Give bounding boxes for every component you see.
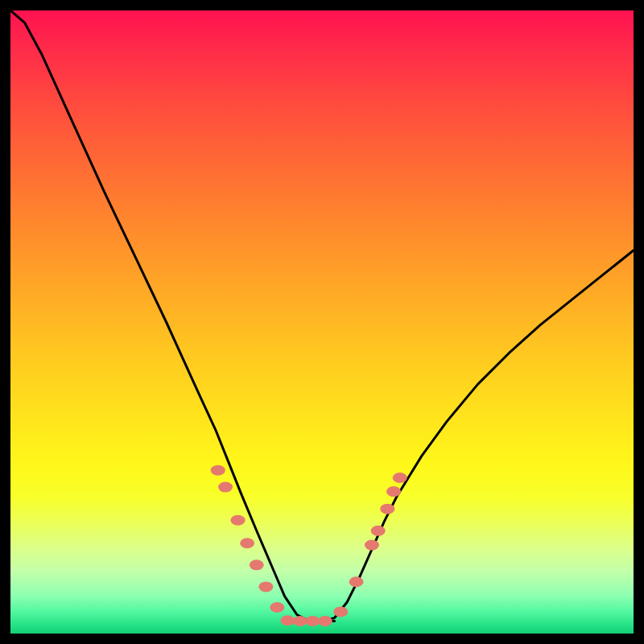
- data-point-marker: [380, 504, 394, 514]
- data-point-marker: [305, 616, 320, 626]
- data-point-marker: [258, 581, 273, 592]
- data-point-marker: [318, 616, 332, 626]
- data-point-marker: [250, 559, 264, 570]
- data-point-marker: [280, 615, 295, 625]
- data-point-marker: [270, 602, 284, 613]
- data-point-marker: [365, 540, 379, 551]
- data-point-marker: [231, 515, 246, 526]
- data-point-marker: [371, 526, 386, 536]
- data-point-marker: [293, 616, 308, 626]
- data-point-marker: [211, 465, 225, 476]
- data-point-marker: [386, 486, 401, 497]
- data-point-marker: [349, 576, 364, 587]
- data-point-marker: [333, 606, 348, 617]
- data-point-marker: [393, 473, 407, 483]
- data-point-marker: [218, 482, 233, 493]
- chart-svg: [10, 10, 634, 634]
- chart-frame: TheBottleneck.com: [0, 0, 644, 644]
- chart-background-gradient: [10, 10, 634, 634]
- data-point-marker: [240, 538, 254, 548]
